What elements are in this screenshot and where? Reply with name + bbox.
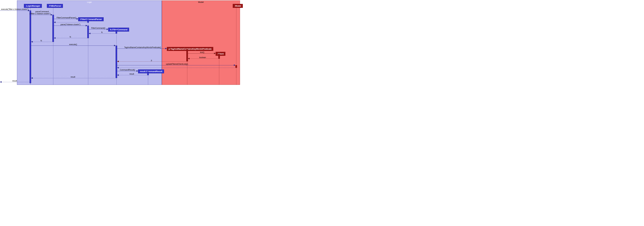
frame-model-title: Model bbox=[162, 1, 240, 3]
msg-ret-result3 bbox=[0, 82, 30, 82]
label-ret-fc1: fc bbox=[101, 31, 103, 33]
msg-parsecommand bbox=[31, 15, 52, 15]
arrow-icon bbox=[117, 61, 119, 62]
msg-new-cr bbox=[117, 71, 138, 71]
sequence-diagram: Logic Model :LogicManager :FitBizParser … bbox=[0, 0, 644, 226]
label-parse: parse("t/obese s/swim") bbox=[60, 23, 80, 26]
lifeline-client bbox=[219, 56, 219, 85]
label-ret-bool: boolean bbox=[199, 56, 206, 59]
arrow-icon bbox=[136, 70, 138, 72]
msg-execute2 bbox=[31, 45, 115, 46]
arrow-icon bbox=[214, 53, 216, 54]
arrow-icon bbox=[54, 37, 56, 39]
arrow-icon bbox=[54, 21, 56, 23]
arrow-icon bbox=[107, 28, 108, 30]
label-new-fc: FilterCommand() bbox=[91, 27, 105, 29]
arrow-icon bbox=[117, 74, 119, 76]
label-ret-p: p bbox=[151, 59, 152, 61]
participant-fitbizparser: :FitBizParser bbox=[47, 4, 63, 8]
arrow-icon bbox=[114, 45, 116, 46]
arrow-icon bbox=[31, 41, 33, 42]
arrow-icon bbox=[0, 81, 2, 83]
label-parsecommand-1: parseCommand bbox=[36, 10, 49, 13]
arrow-icon bbox=[31, 77, 33, 79]
activation-fc-2 bbox=[116, 45, 117, 78]
frame-model: Model bbox=[162, 0, 240, 85]
activation-fc-1 bbox=[116, 30, 117, 34]
label-ret-result3: result bbox=[12, 80, 17, 82]
msg-execute-in bbox=[0, 10, 29, 11]
activation-client bbox=[218, 54, 220, 59]
label-execute-in: execute("filter-c t/obese s/swim") bbox=[1, 8, 28, 10]
label-new-pred: TagAndNameContainsKeyWordsPredicate() bbox=[124, 46, 161, 48]
arrow-icon bbox=[76, 18, 78, 20]
msg-updatelist bbox=[117, 65, 235, 65]
arrow-icon bbox=[234, 64, 236, 66]
activation-logicmanager bbox=[30, 10, 31, 83]
activation-model bbox=[236, 65, 237, 68]
msg-ret-updatelist bbox=[117, 68, 236, 68]
label-updatelist: updateFilteredClientList(p) bbox=[166, 63, 188, 65]
msg-ret-fc3 bbox=[31, 42, 52, 42]
label-test: test() bbox=[200, 51, 204, 53]
arrow-icon bbox=[51, 14, 52, 15]
msg-new-pred bbox=[117, 48, 166, 49]
label-ret-result2: result bbox=[70, 76, 75, 78]
label-ret-result1: result bbox=[130, 73, 134, 75]
participant-model: :Model bbox=[233, 4, 243, 8]
label-new-cr: CommandResult() bbox=[120, 69, 135, 71]
msg-new-fc bbox=[89, 29, 108, 29]
activation-fcp-2 bbox=[87, 26, 89, 38]
arrow-icon bbox=[86, 25, 87, 26]
label-ret-fc3: fc bbox=[40, 39, 42, 42]
label-execute2: execute() bbox=[69, 43, 77, 45]
participant-filtercommandparser: :FilterCommandParser bbox=[78, 17, 104, 21]
participant-predicate: p:TagAndNameContainsKeyWordsPredicate bbox=[167, 47, 213, 51]
msg-ret-fcp bbox=[54, 22, 87, 22]
msg-new-fcp bbox=[54, 19, 78, 19]
arrow-icon bbox=[117, 67, 119, 68]
participant-client: :Client bbox=[216, 52, 225, 56]
activation-cr bbox=[147, 72, 149, 75]
activation-pred bbox=[186, 49, 188, 61]
activation-fcp-1 bbox=[87, 19, 89, 23]
frame-logic-title: Logic bbox=[17, 1, 162, 3]
label-ret-fc2: fc bbox=[70, 36, 71, 38]
msg-ret-p bbox=[117, 61, 186, 62]
arrow-icon bbox=[89, 33, 90, 34]
arrow-icon bbox=[188, 58, 190, 59]
arrow-icon bbox=[165, 48, 167, 49]
participant-commandresult: result:CommandResult bbox=[138, 69, 164, 73]
label-new-fcp: FilterCommandParser() bbox=[56, 17, 76, 19]
activation-fitbizparser bbox=[52, 15, 54, 42]
label-parsecommand-2: ("filter-c t/obese s/swim") bbox=[30, 12, 50, 15]
msg-ret-fc2 bbox=[54, 38, 87, 38]
participant-filtercommand: fc:FilterCommand bbox=[108, 28, 129, 31]
participant-logicmanager: :LogicManager bbox=[24, 4, 42, 8]
msg-ret-fc1 bbox=[89, 33, 116, 34]
